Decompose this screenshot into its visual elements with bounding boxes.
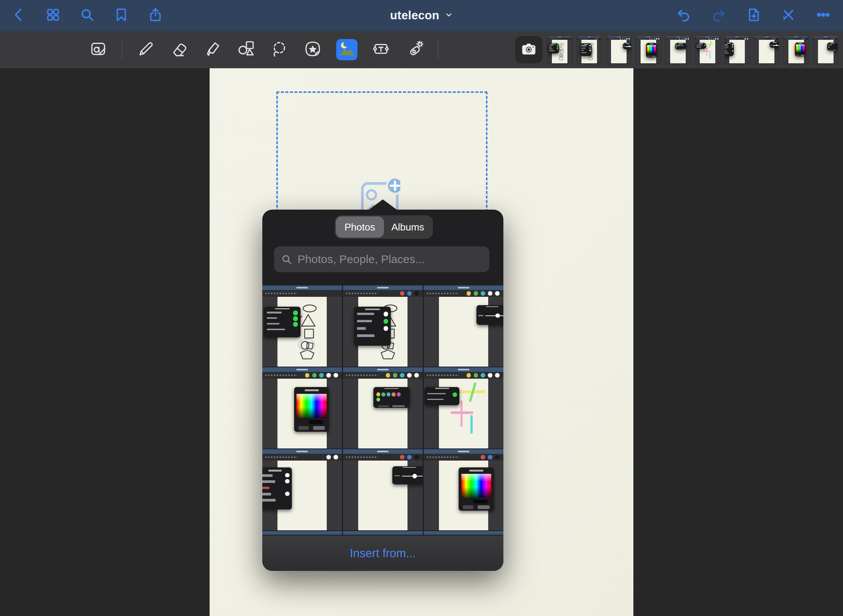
highlighter-tool-button[interactable]	[203, 40, 223, 60]
screenshot-highlighter-straight-line[interactable]	[424, 367, 503, 448]
m-tb	[262, 454, 342, 461]
screenshot-highlighter-color-presets[interactable]	[666, 36, 690, 63]
p-text	[262, 474, 273, 477]
p-spec	[796, 44, 805, 52]
p-dot	[384, 319, 389, 324]
p-text	[581, 45, 586, 46]
p-knob	[628, 45, 630, 47]
p-dot	[557, 46, 558, 48]
text-tool-button[interactable]	[371, 40, 391, 60]
screenshot-pen-color-picker[interactable]	[424, 449, 503, 530]
m-dot	[495, 455, 499, 459]
back-button[interactable]	[11, 7, 27, 24]
p-text	[357, 313, 374, 315]
share-button[interactable]	[147, 7, 164, 24]
screenshot-highlighter-color-presets[interactable]	[343, 367, 423, 448]
mini-part	[559, 57, 563, 60]
eraser-tool-button[interactable]	[169, 40, 189, 60]
m-tb	[424, 454, 503, 461]
shapes-tool-button[interactable]	[236, 40, 256, 60]
screenshot-pen-thickness[interactable]	[754, 36, 779, 63]
screenshot-pen-color-presets[interactable]	[813, 36, 838, 63]
screenshot-highlighter-color-picker[interactable]	[636, 36, 661, 63]
mini	[577, 36, 602, 63]
m-dot	[334, 373, 338, 377]
photo-thumbnail-partial[interactable]	[343, 531, 423, 536]
document-title-button[interactable]: utelecon	[390, 9, 453, 22]
tab-albums[interactable]: Albums	[384, 216, 432, 238]
m-body	[424, 379, 503, 448]
m-dot	[326, 373, 331, 377]
thumbnails-grid-button[interactable]	[45, 7, 61, 24]
m-body	[636, 40, 661, 63]
photo-search-input[interactable]	[297, 252, 483, 266]
photo-search-field[interactable]	[274, 246, 489, 272]
m-dot	[597, 38, 598, 40]
p-dot	[557, 48, 558, 50]
screenshot-shape-tool-settings[interactable]	[343, 285, 423, 367]
m-dot	[407, 373, 411, 377]
screenshot-highlighter-color-picker[interactable]	[262, 367, 342, 448]
bookmark-button[interactable]	[113, 7, 130, 24]
p-text	[267, 317, 277, 319]
screenshot-lasso-tool-settings[interactable]	[262, 285, 342, 367]
mini	[424, 285, 503, 367]
p-text	[267, 329, 285, 331]
m-panel	[373, 387, 410, 408]
m-tb	[262, 290, 342, 297]
thumbnails-grid-icon	[45, 7, 61, 24]
edit-mode-icon	[89, 39, 108, 60]
mini-part	[307, 342, 313, 349]
mini	[636, 36, 661, 63]
p-title	[365, 309, 380, 310]
mini	[754, 36, 779, 63]
pencil-x-button[interactable]	[780, 7, 797, 24]
more-button[interactable]	[815, 7, 832, 24]
p-hex	[799, 53, 804, 54]
photo-thumbnail-partial[interactable]	[262, 531, 342, 536]
m-glyphs	[755, 39, 765, 39]
p-cdot	[376, 398, 381, 402]
image-tool-button[interactable]	[336, 39, 357, 60]
mini	[424, 367, 503, 448]
screenshot-pen-thickness[interactable]	[343, 449, 423, 530]
p-title	[384, 388, 399, 389]
m-title	[458, 287, 469, 288]
m-dot	[656, 38, 657, 40]
lasso-tool-button[interactable]	[270, 40, 289, 60]
m-title	[296, 287, 307, 288]
elements-tool-button[interactable]	[303, 40, 323, 60]
photo-thumbnail-partial[interactable]	[424, 531, 503, 536]
p-btn	[313, 426, 325, 430]
mini	[547, 36, 572, 63]
screenshot-eraser-settings[interactable]	[262, 449, 342, 530]
photo-grid	[262, 285, 503, 530]
camera-button[interactable]	[515, 36, 542, 63]
screenshot-eraser-settings[interactable]	[725, 36, 749, 63]
search-button[interactable]	[79, 7, 96, 24]
mini	[262, 449, 342, 530]
m-dot	[400, 455, 404, 459]
screenshot-shape-tool-settings[interactable]	[577, 36, 602, 63]
lasso-icon	[270, 39, 289, 60]
tab-photos[interactable]: Photos	[336, 216, 384, 238]
m-dot	[654, 38, 655, 40]
insert-from-button[interactable]: Insert from...	[262, 536, 503, 571]
m-title	[647, 37, 650, 37]
pen-tool-button[interactable]	[136, 40, 156, 60]
screenshot-pen-color-picker[interactable]	[784, 36, 809, 63]
redo-button[interactable]	[710, 7, 727, 24]
m-dot	[620, 38, 621, 40]
m-panel	[425, 387, 459, 405]
p-cdot	[677, 45, 678, 46]
undo-button[interactable]	[675, 7, 692, 24]
m-panel	[548, 43, 559, 53]
edit-mode-toggle-button[interactable]	[88, 40, 108, 60]
screenshot-lasso-tool-settings[interactable]	[547, 36, 572, 63]
add-page-button[interactable]	[745, 7, 762, 24]
laser-pointer-tool-button[interactable]	[404, 40, 424, 60]
screenshot-highlighter-straight-line[interactable]	[695, 36, 720, 63]
screenshot-highlighter-thickness[interactable]	[606, 36, 631, 63]
screenshot-highlighter-thickness[interactable]	[424, 285, 503, 367]
m-dot	[833, 38, 835, 40]
